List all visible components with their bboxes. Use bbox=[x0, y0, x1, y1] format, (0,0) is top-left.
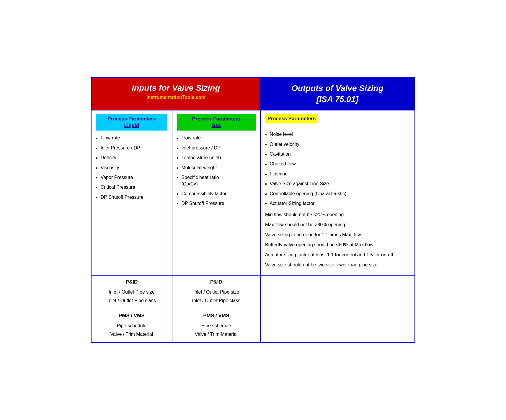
liquid-pid-title: P&ID bbox=[96, 279, 167, 285]
main-table: Inputs for Valve Sizing InstrumentationT… bbox=[91, 77, 415, 343]
outputs-column: Process Parameters Noise level Outlet ve… bbox=[260, 110, 415, 275]
outputs-params-list: Noise level Outlet velocity Cavitation C… bbox=[265, 131, 410, 207]
list-item: Temperature (inlet) bbox=[177, 154, 256, 161]
gas-pid-content: Inlet / Outlet Pipe size Inlet / Outlet … bbox=[177, 288, 256, 305]
list-item: Cavitation bbox=[265, 151, 410, 158]
gas-pid-item-2: Inlet / Outlet Pipe class bbox=[177, 297, 256, 305]
list-item: Compressibility factor bbox=[177, 191, 256, 197]
gas-pms-title: PMS / VMS bbox=[177, 313, 256, 319]
list-item: Inlet Pressure / DP bbox=[96, 145, 167, 152]
list-item: Density bbox=[96, 154, 167, 161]
gas-section-title: Process ParametersGas bbox=[177, 114, 256, 131]
liquid-pms-title: PMS / VMS bbox=[96, 313, 167, 319]
gas-pms-item-2: Valve / Trim Material bbox=[177, 330, 256, 339]
list-item: Actuator Sizing factor bbox=[265, 200, 410, 207]
header-right: Outputs of Valve Sizing[ISA 75.01] bbox=[260, 77, 415, 110]
header-left: Inputs for Valve Sizing InstrumentationT… bbox=[91, 77, 260, 110]
outputs-notes: Min flow should not be <20% opening. Max… bbox=[265, 211, 410, 268]
liquid-pms-item-2: Valve / Trim Material bbox=[96, 330, 167, 339]
note-5: Actuator sizing factor at least 1.1 for … bbox=[265, 251, 410, 258]
list-item: Inlet pressure / DP bbox=[177, 145, 256, 152]
gas-pms-content: Pipe schedule Valve / Trim Material bbox=[177, 322, 256, 339]
note-3: Valve sizing to be done for 1.1 times Ma… bbox=[265, 231, 410, 238]
outputs-pid-cell bbox=[260, 275, 415, 343]
liquid-pid-content: Inlet / Outlet Pipe size Inlet / Outlet … bbox=[96, 288, 167, 305]
gas-pid-cell: P&ID Inlet / Outlet Pipe size Inlet / Ou… bbox=[172, 275, 260, 309]
gas-column: Process ParametersGas Flow rate Inlet pr… bbox=[172, 110, 260, 275]
gas-pms-item-1: Pipe schedule bbox=[177, 322, 256, 330]
list-item: Outlet velocity bbox=[265, 141, 410, 148]
list-item: Specific heat ratio(Cp/Cv) bbox=[177, 174, 256, 188]
note-1: Min flow should not be <20% opening. bbox=[265, 211, 410, 218]
list-item: DP Shutoff Pressure bbox=[96, 194, 167, 201]
note-2: Max flow should not be >80% opening. bbox=[265, 221, 410, 228]
header-title-right: Outputs of Valve Sizing[ISA 75.01] bbox=[263, 83, 412, 105]
list-item: Noise level bbox=[265, 131, 410, 138]
gas-pid-item-1: Inlet / Outlet Pipe size bbox=[177, 288, 256, 297]
outputs-section-title: Process Parameters bbox=[265, 114, 318, 123]
list-item: Valve Size against Line Size bbox=[265, 180, 410, 187]
header-title-left: Inputs for Valve Sizing bbox=[94, 83, 257, 93]
liquid-pms-item-1: Pipe schedule bbox=[96, 322, 167, 330]
list-item: Flashing bbox=[265, 171, 410, 178]
list-item: Critical Pressure bbox=[96, 184, 167, 191]
gas-pid-title: P&ID bbox=[177, 279, 256, 285]
website-subtitle: InstrumentationTools.com bbox=[94, 95, 257, 100]
liquid-pid-item-1: Inlet / Outlet Pipe size bbox=[96, 288, 167, 297]
liquid-column: Process ParametersLiquid Flow rate Inlet… bbox=[91, 110, 172, 275]
list-item: Vapor Pressure bbox=[96, 174, 167, 181]
note-6: Valve size should not be two size lower … bbox=[265, 261, 410, 268]
list-item: Flow rate bbox=[96, 135, 167, 141]
liquid-pid-cell: P&ID Inlet / Outlet Pipe size Inlet / Ou… bbox=[91, 275, 172, 309]
list-item: Choked flow bbox=[265, 161, 410, 167]
gas-params-list: Flow rate Inlet pressure / DP Temperatur… bbox=[177, 135, 256, 207]
liquid-section-title: Process ParametersLiquid bbox=[96, 114, 167, 131]
list-item: Flow rate bbox=[177, 135, 256, 141]
liquid-params-list: Flow rate Inlet Pressure / DP Density Vi… bbox=[96, 135, 167, 201]
gas-pms-cell: PMS / VMS Pipe schedule Valve / Trim Mat… bbox=[172, 309, 260, 343]
liquid-pms-cell: PMS / VMS Pipe schedule Valve / Trim Mat… bbox=[91, 309, 172, 343]
liquid-pms-content: Pipe schedule Valve / Trim Material bbox=[96, 322, 167, 339]
liquid-pid-item-2: Inlet / Outlet Pipe class bbox=[96, 297, 167, 305]
list-item: Molecular weight bbox=[177, 165, 256, 171]
list-item: DP Shutoff Pressure bbox=[177, 200, 256, 207]
note-4: Butterfly valve opening should be <60% a… bbox=[265, 241, 410, 248]
list-item: Viscosity bbox=[96, 165, 167, 171]
list-item: Controllable opening (Characteristic) bbox=[265, 191, 410, 197]
